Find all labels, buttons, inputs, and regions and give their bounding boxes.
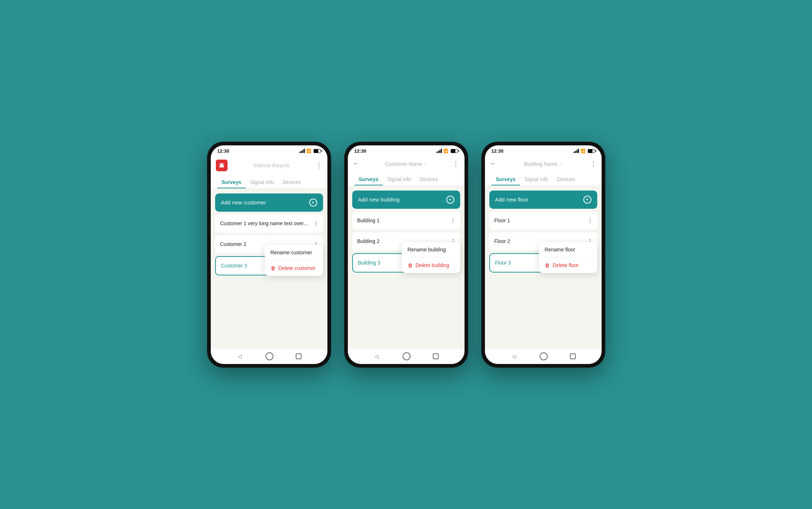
back-arrow-icon[interactable]: ←	[353, 160, 360, 168]
nav-title: Building Name ⌄	[524, 161, 562, 167]
tab-surveys[interactable]: Surveys	[354, 173, 383, 185]
tab-devices[interactable]: Devices	[415, 173, 442, 185]
context-menu-item-2[interactable]: 🗑 Delete customer	[265, 261, 323, 276]
add-new-button[interactable]: Add new floor +	[489, 191, 597, 209]
status-bar: 12:30 📶	[485, 145, 602, 155]
status-time: 12:30	[492, 148, 504, 154]
context-menu-item-2[interactable]: 🗑 Delete floor	[539, 258, 597, 273]
trash-icon: 🗑	[408, 262, 413, 268]
context-menu-item-1[interactable]: Rename customer	[265, 245, 323, 260]
plus-circle-icon: +	[309, 199, 317, 207]
plus-circle-icon: +	[446, 196, 454, 204]
list-item-label: Floor 3	[495, 260, 511, 266]
status-icons: 📶	[574, 149, 595, 153]
phone-screen-2: 12:30 📶 ← Customer N	[348, 145, 465, 364]
context-menu-label: Rename building	[408, 247, 446, 252]
nav-row: Mahvar Barjesti ⋮	[216, 157, 322, 173]
trash-icon: 🗑	[271, 265, 276, 271]
status-time: 12:30	[354, 148, 366, 154]
wifi-icon: 📶	[443, 149, 448, 153]
context-menu-label: Delete floor	[553, 262, 579, 268]
back-arrow-icon[interactable]: ←	[490, 160, 497, 168]
context-menu: Rename floor 🗑 Delete floor	[539, 242, 597, 273]
context-menu-item-1[interactable]: Rename floor	[539, 242, 597, 257]
phones-container: 12:30 📶	[207, 142, 605, 368]
bottom-nav	[485, 348, 602, 364]
system-back-button[interactable]	[373, 353, 381, 360]
item-more-icon[interactable]	[451, 218, 455, 224]
add-new-button[interactable]: Add new customer +	[215, 193, 323, 212]
tab-signal-info[interactable]: Signal info	[383, 173, 415, 185]
signal-bars-icon	[299, 149, 305, 153]
add-button-label: Add new customer	[221, 199, 266, 205]
list-item-label: Customer 1 very long name text over...	[220, 220, 308, 226]
chevron-down-icon: ⌄	[559, 161, 562, 166]
context-menu-label: Rename customer	[271, 250, 312, 255]
system-home-button[interactable]	[540, 352, 548, 360]
bottom-nav	[211, 348, 327, 364]
list-item-1[interactable]: Floor 1	[489, 212, 597, 230]
list-item-label: Building 1	[357, 218, 380, 223]
system-home-button[interactable]	[265, 352, 273, 360]
status-bar: 12:30 📶	[348, 145, 465, 155]
context-menu: Rename building 🗑 Delete building	[402, 242, 460, 273]
system-recents-button[interactable]	[296, 353, 302, 359]
context-menu-label: Delete building	[416, 262, 450, 268]
phone-3: 12:30 📶 ← Building N	[481, 142, 605, 368]
top-nav: ← Customer Name ⌄ ⋮ Surveys Signal info	[348, 155, 465, 185]
context-menu-item-1[interactable]: Rename building	[402, 242, 460, 257]
bottom-nav	[348, 348, 465, 364]
more-menu-icon[interactable]: ⋮	[590, 160, 597, 168]
context-menu-label: Rename floor	[545, 247, 575, 252]
list-item-1[interactable]: Building 1	[352, 212, 460, 230]
chevron-down-icon: ⌄	[424, 161, 427, 166]
context-menu-label: Delete customer	[279, 265, 316, 271]
tab-surveys[interactable]: Surveys	[217, 176, 246, 188]
phone-2: 12:30 📶 ← Customer N	[344, 142, 468, 368]
tab-signal-info[interactable]: Signal info	[246, 176, 278, 188]
battery-icon	[314, 149, 321, 153]
content-area: Add new floor + Floor 1 Floor 2	[485, 185, 602, 348]
trash-icon: 🗑	[545, 262, 550, 268]
phone-screen-1: 12:30 📶	[211, 145, 327, 364]
status-icons: 📶	[436, 149, 458, 153]
add-button-label: Add new building	[358, 196, 400, 203]
tabs-bar: Surveys Signal info Devices	[490, 171, 597, 185]
phone-screen-3: 12:30 📶 ← Building N	[485, 145, 602, 364]
list-item-label: Floor 2	[494, 238, 510, 244]
top-nav: ← Building Name ⌄ ⋮ Surveys Signal info	[485, 155, 602, 185]
tab-surveys[interactable]: Surveys	[492, 173, 520, 185]
list-item-label: Customer 3	[221, 263, 247, 269]
system-back-button[interactable]	[510, 353, 518, 360]
phone-1: 12:30 📶	[207, 142, 331, 368]
svg-rect-1	[220, 165, 224, 167]
tab-devices[interactable]: Devices	[278, 176, 305, 188]
tab-signal-info[interactable]: Signal info	[520, 173, 552, 185]
system-home-button[interactable]	[403, 352, 411, 360]
add-button-label: Add new floor	[495, 196, 529, 203]
nav-row: ← Building Name ⌄ ⋮	[490, 157, 597, 171]
status-time: 12:30	[217, 148, 229, 154]
system-recents-button[interactable]	[433, 353, 439, 359]
tabs-bar: Surveys Signal info Devices	[353, 171, 459, 185]
item-more-icon[interactable]	[314, 220, 318, 227]
list-item-1[interactable]: Customer 1 very long name text over...	[215, 215, 323, 232]
item-more-icon[interactable]	[588, 218, 592, 224]
context-menu-item-2[interactable]: 🗑 Delete building	[402, 258, 460, 273]
plus-circle-icon: +	[583, 196, 591, 204]
tab-devices[interactable]: Devices	[552, 173, 579, 185]
more-menu-icon[interactable]: ⋮	[452, 160, 459, 168]
more-menu-icon[interactable]: ⋮	[316, 161, 322, 169]
list-item-label: Floor 1	[494, 218, 510, 223]
wifi-icon: 📶	[306, 149, 311, 153]
status-bar: 12:30 📶	[211, 145, 327, 155]
wifi-icon: 📶	[580, 149, 586, 153]
user-name: Mahvar Barjesti	[228, 163, 316, 168]
battery-icon	[451, 149, 458, 153]
list-item-label: Building 2	[357, 238, 380, 244]
context-menu: Rename customer 🗑 Delete customer	[265, 245, 323, 276]
system-back-button[interactable]	[236, 353, 244, 360]
add-new-button[interactable]: Add new building +	[352, 191, 460, 209]
nav-row: ← Customer Name ⌄ ⋮	[353, 157, 459, 171]
system-recents-button[interactable]	[570, 353, 576, 359]
